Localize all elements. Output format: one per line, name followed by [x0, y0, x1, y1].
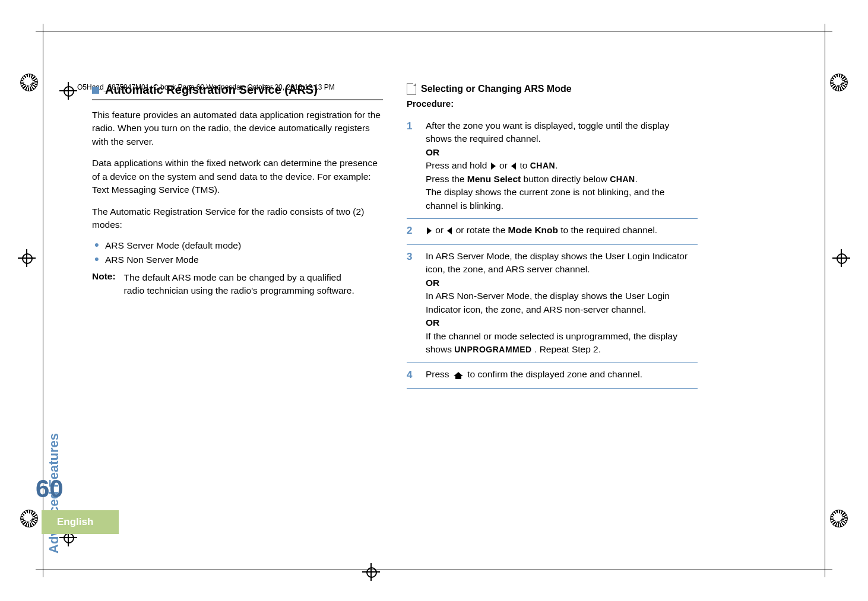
crop-line-bottom: [36, 570, 832, 570]
step-body: In ARS Server Mode, the display shows th…: [426, 250, 698, 357]
page-number: 60: [36, 475, 64, 503]
procedure-step: 2 or or rotate the Mode Knob to the requ…: [407, 219, 698, 245]
arrow-left-icon: [511, 163, 516, 170]
step-number: 4: [407, 368, 419, 383]
section-title: Automatic Registration Service (ARS): [105, 83, 318, 97]
step-text: button directly below: [524, 174, 610, 184]
or-label: OR: [426, 147, 439, 157]
register-wheel-icon: [20, 510, 38, 527]
arrow-left-icon: [447, 227, 452, 234]
list-item: ARS Server Mode (default mode): [105, 240, 383, 251]
list-item: ARS Non Server Mode: [105, 255, 383, 265]
page-content: Automatic Registration Service (ARS) Thi…: [92, 77, 698, 389]
register-cross-icon: [18, 249, 36, 267]
body-paragraph: Data applications within the fixed netwo…: [92, 157, 383, 196]
arrow-right-icon: [491, 163, 496, 170]
step-text: In ARS Server Mode, the display shows th…: [426, 251, 688, 274]
register-wheel-icon: [830, 510, 848, 527]
sub-title: Selecting or Changing ARS Mode: [421, 84, 572, 94]
square-bullet-icon: [92, 87, 99, 94]
bullet-list: ARS Server Mode (default mode) ARS Non S…: [92, 240, 383, 265]
ui-label: UNPROGRAMMED: [454, 345, 531, 354]
register-wheel-icon: [20, 74, 38, 91]
step-text: to confirm the displayed zone and channe…: [467, 369, 642, 379]
step-text: .: [635, 174, 638, 184]
step-body: Press to confirm the displayed zone and …: [426, 368, 698, 383]
document-page-icon: [407, 83, 416, 95]
register-cross-icon: [59, 82, 77, 100]
ui-label: CHAN: [530, 161, 555, 170]
arrow-right-icon: [427, 227, 432, 234]
or-label: OR: [426, 278, 439, 288]
step-text: Press the: [426, 174, 467, 184]
step-text: Press and hold: [426, 160, 490, 170]
step-number: 3: [407, 250, 419, 357]
step-body: After the zone you want is displayed, to…: [426, 119, 698, 212]
step-text: In ARS Non-Server Mode, the display show…: [426, 291, 670, 314]
section-heading: Automatic Registration Service (ARS): [92, 83, 383, 100]
register-wheel-icon: [830, 74, 848, 91]
document-page: O5Head_6875947M01_C.book Page 60 Wednesd…: [0, 0, 868, 601]
home-icon: [454, 371, 463, 379]
control-name-label: Mode Knob: [508, 225, 558, 235]
side-tab: Advanced Features: [46, 255, 64, 469]
or-label: OR: [426, 317, 439, 327]
step-text: .: [555, 160, 557, 170]
step-text: or: [435, 225, 446, 235]
sub-heading: Selecting or Changing ARS Mode: [407, 83, 698, 95]
body-paragraph: The Automatic Registration Service for t…: [92, 205, 383, 232]
step-text: . Repeat Step 2.: [534, 344, 601, 354]
procedure-step: 3 In ARS Server Mode, the display shows …: [407, 245, 698, 363]
step-text: or: [499, 160, 510, 170]
step-body: or or rotate the Mode Knob to the requir…: [426, 224, 698, 239]
register-cross-icon: [362, 563, 380, 581]
note-block: Note: The default ARS mode can be change…: [92, 271, 383, 298]
body-paragraph: This feature provides an automated data …: [92, 109, 383, 148]
language-tab: English: [42, 510, 119, 534]
step-text: Press: [426, 369, 452, 379]
step-text: After the zone you want is displayed, to…: [426, 120, 669, 144]
note-body: The default ARS mode can be changed by a…: [124, 271, 356, 298]
procedure-step: 4 Press to confirm the displayed zone an…: [407, 363, 698, 389]
right-column: Selecting or Changing ARS Mode Procedure…: [407, 77, 698, 389]
crop-line-right: [825, 24, 825, 577]
step-text: to the required channel.: [560, 225, 657, 235]
ui-label: CHAN: [610, 174, 635, 184]
step-text: to: [519, 160, 530, 170]
step-number: 2: [407, 224, 419, 239]
step-text: The display shows the current zone is no…: [426, 187, 664, 210]
button-name-label: Menu Select: [467, 174, 521, 184]
procedure-label: Procedure:: [407, 98, 698, 109]
crop-line-top: [36, 31, 832, 31]
step-number: 1: [407, 119, 419, 212]
step-text: or rotate the: [456, 225, 508, 235]
note-label: Note:: [92, 271, 116, 298]
register-cross-icon: [832, 249, 850, 267]
left-column: Automatic Registration Service (ARS) Thi…: [92, 77, 383, 389]
procedure-step: 1 After the zone you want is displayed, …: [407, 115, 698, 219]
